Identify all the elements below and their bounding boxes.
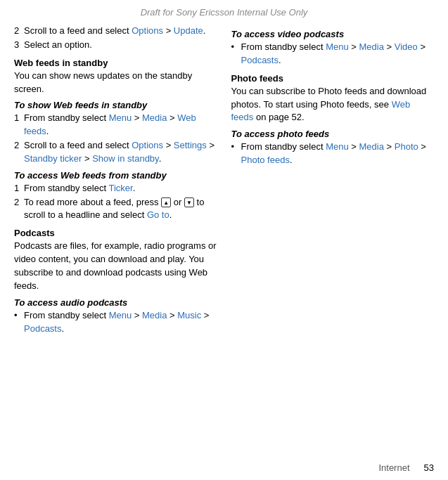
audio-podcasts-text: From standby select Menu > Media > Music… — [24, 309, 217, 336]
link-menu-3[interactable]: Menu — [326, 41, 349, 52]
link-media-1[interactable]: Media — [142, 112, 167, 123]
audio-podcasts-title: To access audio podcasts — [14, 297, 217, 308]
link-web-feeds-ref[interactable]: Web feeds — [231, 99, 411, 123]
link-go-to[interactable]: Go to — [147, 209, 169, 220]
bullet-symbol-2: • — [231, 41, 238, 67]
link-media-4[interactable]: Media — [359, 141, 384, 152]
link-options-1[interactable]: Options — [132, 25, 163, 36]
item-3-num: 3 — [14, 39, 23, 52]
video-podcasts-text: From standby select Menu > Media > Video… — [241, 41, 435, 67]
right-column: To access video podcasts • From standby … — [231, 25, 435, 336]
bullet-symbol-1: • — [14, 309, 21, 336]
link-video[interactable]: Video — [395, 41, 418, 52]
access-web-feeds-title: To access Web feeds from standby — [14, 170, 217, 181]
link-media-3[interactable]: Media — [359, 41, 384, 52]
link-photo-feeds[interactable]: Photo feeds — [241, 155, 290, 165]
item-3-text: Select an option. — [24, 39, 92, 52]
video-podcasts-title: To access video podcasts — [231, 29, 435, 39]
video-podcasts-bullet: • From standby select Menu > Media > Vid… — [231, 41, 435, 67]
link-options-2[interactable]: Options — [132, 140, 163, 150]
footer-section-label: Internet — [378, 462, 409, 473]
access-step-2-num: 2 — [14, 196, 23, 223]
link-standby-ticker[interactable]: Standby ticker — [24, 153, 82, 164]
link-settings[interactable]: Settings — [174, 140, 207, 150]
podcasts-body: Podcasts are files, for example, radio p… — [14, 240, 217, 292]
show-web-feeds-title: To show Web feeds in standby — [14, 100, 217, 110]
link-podcasts-2[interactable]: Podcasts — [241, 55, 279, 65]
bullet-symbol-3: • — [231, 141, 238, 167]
photo-feeds-title: Photo feeds — [231, 73, 435, 84]
intro-item-2: 2 Scroll to a feed and select Options > … — [14, 25, 217, 38]
photo-feeds-bullet: • From standby select Menu > Media > Pho… — [231, 141, 435, 167]
page-footer: Internet 53 — [378, 462, 434, 473]
link-media-2[interactable]: Media — [142, 310, 167, 320]
page-container: Draft for Sony Ericsson Internal Use Onl… — [0, 0, 448, 480]
link-podcasts-1[interactable]: Podcasts — [24, 323, 61, 334]
intro-item-3: 3 Select an option. — [14, 39, 217, 52]
link-menu-4[interactable]: Menu — [326, 141, 349, 152]
show-step-1-text: From standby select Menu > Media > Web f… — [24, 112, 217, 138]
web-feeds-title: Web feeds in standby — [14, 58, 217, 68]
item-2-text: Scroll to a feed and select Options > Up… — [24, 25, 205, 38]
scroll-down-icon — [184, 197, 194, 207]
podcasts-title: Podcasts — [14, 228, 217, 238]
access-step-1-text: From standby select Ticker. — [24, 182, 135, 195]
access-step-1: 1 From standby select Ticker. — [14, 182, 217, 195]
footer-page-number: 53 — [424, 462, 434, 473]
access-step-1-num: 1 — [14, 182, 23, 195]
web-feeds-body: You can show news updates on the standby… — [14, 70, 217, 96]
link-photo[interactable]: Photo — [395, 141, 418, 152]
content-wrapper: 2 Scroll to a feed and select Options > … — [14, 25, 434, 336]
link-ticker[interactable]: Ticker — [108, 183, 132, 193]
show-step-2-num: 2 — [14, 139, 23, 166]
access-photo-feeds-title: To access photo feeds — [231, 129, 435, 139]
access-step-2: 2 To read more about a feed, press or to… — [14, 196, 217, 223]
link-menu-2[interactable]: Menu — [109, 310, 132, 320]
show-step-2: 2 Scroll to a feed and select Options > … — [14, 139, 217, 166]
audio-podcasts-bullet: • From standby select Menu > Media > Mus… — [14, 309, 217, 336]
show-step-1-num: 1 — [14, 112, 23, 138]
access-step-2-text: To read more about a feed, press or to s… — [24, 196, 217, 223]
photo-feeds-body: You can subscribe to Photo feeds and dow… — [231, 85, 435, 125]
show-step-2-text: Scroll to a feed and select Options > Se… — [24, 139, 217, 166]
draft-header: Draft for Sony Ericsson Internal Use Onl… — [14, 7, 434, 18]
scroll-up-icon — [161, 197, 171, 207]
photo-feeds-text: From standby select Menu > Media > Photo… — [241, 141, 435, 167]
link-music[interactable]: Music — [177, 310, 201, 320]
left-column: 2 Scroll to a feed and select Options > … — [14, 25, 217, 336]
link-update[interactable]: Update — [174, 25, 203, 36]
link-menu-1[interactable]: Menu — [109, 112, 132, 123]
link-show-in-standby[interactable]: Show in standby — [92, 153, 158, 164]
show-step-1: 1 From standby select Menu > Media > Web… — [14, 112, 217, 138]
item-2-num: 2 — [14, 25, 23, 38]
